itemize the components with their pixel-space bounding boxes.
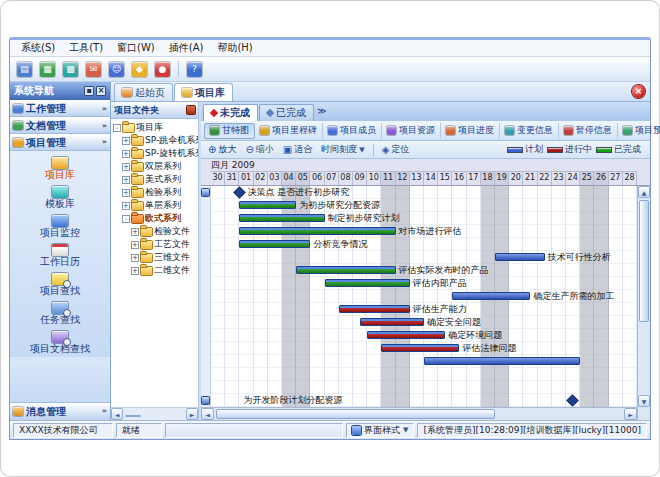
zoom-in-button[interactable]: ⊕放大 xyxy=(205,142,239,157)
task-row-icon[interactable] xyxy=(202,189,209,196)
tree-item[interactable]: +单层系列 xyxy=(113,199,198,212)
scroll-right-icon[interactable]: ► xyxy=(624,408,637,420)
view-progress-button[interactable]: 项目进度 xyxy=(441,123,500,139)
message-management-panel[interactable]: 消息管理 » xyxy=(10,402,110,420)
expand-icon[interactable]: + xyxy=(122,150,130,158)
expand-icon[interactable]: + xyxy=(122,202,130,210)
tree-item[interactable]: +美式系列 xyxy=(113,173,198,186)
scroll-up-icon[interactable]: ▲ xyxy=(638,186,650,198)
gantt-bar[interactable] xyxy=(239,201,296,209)
nav-close-icon[interactable]: × xyxy=(96,86,106,96)
menu-window[interactable]: 窗口(W) xyxy=(110,41,162,55)
expand-icon[interactable]: + xyxy=(131,228,139,236)
milestone-icon[interactable] xyxy=(235,188,245,198)
gantt-bar[interactable] xyxy=(239,227,395,235)
scroll-down-icon[interactable]: ▼ xyxy=(638,395,650,407)
expand-icon[interactable]: + xyxy=(122,137,130,145)
filter-finished[interactable]: 已完成 xyxy=(259,104,314,121)
gantt-bar[interactable] xyxy=(296,266,395,274)
tree-item[interactable]: +检验文件 xyxy=(113,225,198,238)
menu-help[interactable]: 帮助(H) xyxy=(210,41,259,55)
gantt-bar[interactable] xyxy=(239,240,310,248)
panel-project-management[interactable]: 项目管理» xyxy=(10,134,110,151)
gantt-bar[interactable] xyxy=(360,318,424,326)
help-button[interactable]: ? xyxy=(185,60,204,79)
pin-icon[interactable] xyxy=(187,106,195,114)
org-tree-button[interactable]: ▩ xyxy=(61,60,80,79)
view-gantt-button[interactable]: 甘特图 xyxy=(204,123,255,139)
gantt-bar[interactable] xyxy=(239,214,324,222)
tree-item[interactable]: -项目库 xyxy=(113,121,198,134)
tree-item[interactable]: +双层系列 xyxy=(113,160,198,173)
scroll-left-icon[interactable]: ◄ xyxy=(201,408,214,420)
workspace-button[interactable]: ▦ xyxy=(38,60,57,79)
gantt-bar[interactable] xyxy=(367,331,445,339)
fit-button[interactable]: ▣适合 xyxy=(280,142,315,157)
nav-item-work-calendar[interactable]: 工作日历 xyxy=(10,241,110,270)
gantt-bar[interactable] xyxy=(381,344,459,352)
user-button[interactable]: ☺ xyxy=(107,60,126,79)
view-members-button[interactable]: 项目成员 xyxy=(323,123,382,139)
gantt-bar[interactable] xyxy=(495,253,545,261)
collapse-icon[interactable]: - xyxy=(113,124,121,132)
expand-icon[interactable]: + xyxy=(122,189,130,197)
nav-item-task-search[interactable]: 任务查找 xyxy=(10,299,110,328)
tree-item[interactable]: -欧式系列 xyxy=(113,212,198,225)
panel-work-management[interactable]: 工作管理» xyxy=(10,100,110,117)
nav-item-project-doc-search[interactable]: 项目文档查找 xyxy=(10,328,110,357)
task-row-icon[interactable] xyxy=(202,397,209,404)
gantt-bar[interactable] xyxy=(424,357,580,365)
nav-item-template-library[interactable]: 模板库 xyxy=(10,183,110,212)
menu-tools[interactable]: 工具(T) xyxy=(62,41,110,55)
collapse-icon[interactable]: - xyxy=(122,215,130,223)
zoom-out-button[interactable]: ⊖缩小 xyxy=(242,142,276,157)
alert-button[interactable]: ● xyxy=(153,60,172,79)
gantt-hscrollbar[interactable]: ◄ ► xyxy=(201,407,637,420)
scroll-thumb[interactable] xyxy=(216,409,495,419)
tree-item[interactable]: +SP-跳伞机系列 xyxy=(113,134,198,147)
view-changes-button[interactable]: 变更信息 xyxy=(500,123,559,139)
more-filters-icon[interactable]: ≫ xyxy=(315,106,330,118)
nav-pin-icon[interactable]: ▪ xyxy=(84,86,94,96)
nav-item-project-library[interactable]: 项目库 xyxy=(10,154,110,183)
ui-style-combobox[interactable]: 界面样式 ▼ xyxy=(346,423,414,438)
modules-button[interactable]: ▤ xyxy=(15,60,34,79)
panel-document-management[interactable]: 文档管理» xyxy=(10,117,110,134)
tree-item[interactable]: +二维文件 xyxy=(113,264,198,277)
scroll-thumb[interactable] xyxy=(125,415,141,417)
tree-item[interactable]: +检验系列 xyxy=(113,186,198,199)
filter-unfinished[interactable]: 未完成 xyxy=(203,104,258,121)
menu-plugins[interactable]: 插件(A) xyxy=(162,41,211,55)
gantt-vscrollbar[interactable]: ▲ ▼ xyxy=(637,186,650,420)
close-tab-button[interactable]: × xyxy=(632,85,645,98)
expand-icon[interactable]: + xyxy=(131,241,139,249)
tree-item[interactable]: +三维文件 xyxy=(113,251,198,264)
view-pauses-button[interactable]: 暂停信息 xyxy=(559,123,618,139)
scroll-right-icon[interactable]: ► xyxy=(186,408,198,420)
tab-project-library[interactable]: 项目库 xyxy=(174,83,233,101)
tree-hscrollbar[interactable]: ◄ ► xyxy=(111,407,198,420)
expand-icon[interactable]: + xyxy=(131,267,139,275)
view-milestones-button[interactable]: 项目里程碑 xyxy=(255,123,323,139)
time-scale-dropdown[interactable]: 时间刻度▼ xyxy=(318,142,367,157)
expand-icon[interactable]: + xyxy=(122,163,130,171)
tab-start-page[interactable]: 起始页 xyxy=(114,83,173,101)
scroll-left-icon[interactable]: ◄ xyxy=(111,408,123,420)
gantt-bar[interactable] xyxy=(452,292,530,300)
view-budget-button[interactable]: 项目预算 xyxy=(618,123,660,139)
tree-item[interactable]: +工艺文件 xyxy=(113,238,198,251)
expand-icon[interactable]: + xyxy=(122,176,130,184)
nav-item-project-search[interactable]: 项目查找 xyxy=(10,270,110,299)
tree-item[interactable]: +SP-旋转机系列 xyxy=(113,147,198,160)
nav-item-project-monitor[interactable]: 项目监控 xyxy=(10,212,110,241)
view-resources-button[interactable]: 项目资源 xyxy=(382,123,441,139)
scroll-thumb[interactable] xyxy=(639,200,649,322)
menu-system[interactable]: 系统(S) xyxy=(14,41,62,55)
gantt-bar[interactable] xyxy=(339,305,410,313)
lock-button[interactable]: ◆ xyxy=(130,60,149,79)
locate-button[interactable]: ◈定位 xyxy=(379,142,413,157)
mail-button[interactable]: ✉ xyxy=(84,60,103,79)
gantt-bar[interactable] xyxy=(325,279,410,287)
milestone-icon[interactable] xyxy=(568,396,578,406)
expand-icon[interactable]: + xyxy=(131,254,139,262)
